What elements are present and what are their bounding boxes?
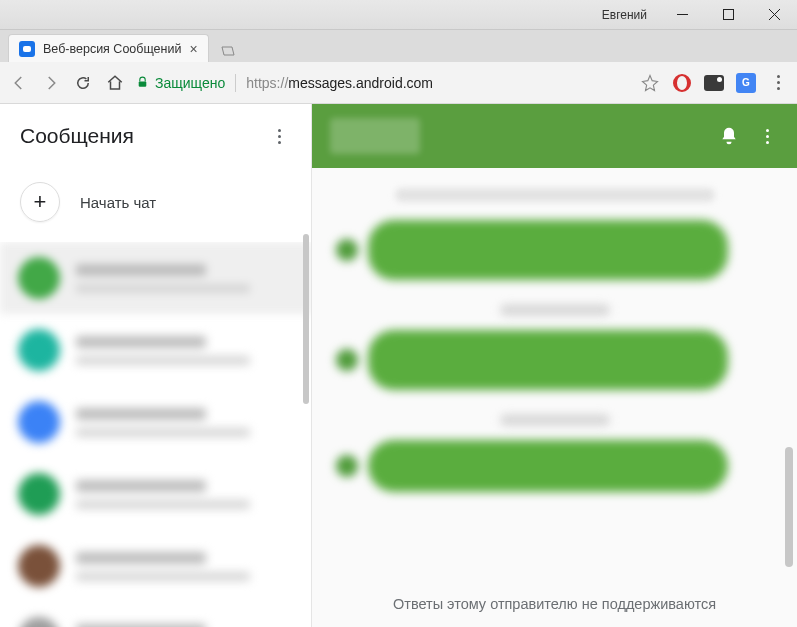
svg-rect-0 [723, 10, 733, 20]
address-field[interactable]: https://messages.android.com [246, 75, 433, 91]
conversation-list [0, 242, 311, 627]
avatar [18, 545, 60, 587]
tab-close-icon[interactable]: × [189, 42, 197, 56]
url-separator [235, 74, 236, 92]
sidebar-scrollbar[interactable] [303, 234, 309, 404]
nav-forward-button[interactable] [40, 72, 62, 94]
sidebar-header: Сообщения [0, 104, 311, 168]
browser-tab[interactable]: Веб-версия Сообщений × [8, 34, 209, 62]
window-minimize-button[interactable] [659, 0, 705, 30]
tab-favicon [19, 41, 35, 57]
new-tab-button[interactable] [215, 40, 241, 62]
window-user-label: Евгений [590, 8, 659, 22]
sender-avatar [336, 349, 358, 371]
avatar [18, 617, 60, 627]
message-row [336, 220, 773, 280]
conversation-item[interactable] [0, 458, 311, 530]
notifications-bell-icon[interactable] [717, 124, 741, 148]
conversation-item[interactable] [0, 314, 311, 386]
reply-disabled-notice: Ответы этому отправителю не поддерживают… [312, 581, 797, 627]
google-translate-extension-icon[interactable]: G [735, 72, 757, 94]
browser-toolbar: Защищено https://messages.android.com G [0, 62, 797, 104]
avatar [18, 329, 60, 371]
bookmark-star-icon[interactable] [639, 72, 661, 94]
avatar [18, 473, 60, 515]
avatar [18, 401, 60, 443]
new-chat-button[interactable]: + Начать чат [0, 168, 311, 242]
nav-back-button[interactable] [8, 72, 30, 94]
chat-header [312, 104, 797, 168]
messages-app: Сообщения + Начать чат [0, 104, 797, 627]
chat-date-separator [500, 414, 610, 426]
url-host: messages.android.com [288, 75, 433, 91]
conversation-item[interactable] [0, 242, 311, 314]
chat-date-separator [395, 188, 715, 202]
conversation-item[interactable] [0, 530, 311, 602]
sidebar-title: Сообщения [20, 124, 267, 148]
chat-more-button[interactable] [755, 124, 779, 148]
chat-pane: Ответы этому отправителю не поддерживают… [312, 104, 797, 627]
window-titlebar: Евгений [0, 0, 797, 30]
url-protocol: https:// [246, 75, 288, 91]
message-row [336, 330, 773, 390]
window-maximize-button[interactable] [705, 0, 751, 30]
new-chat-label: Начать чат [80, 194, 156, 211]
message-row [336, 440, 773, 492]
camera-extension-icon[interactable] [703, 72, 725, 94]
browser-tabstrip: Веб-версия Сообщений × [0, 30, 797, 62]
sender-avatar [336, 239, 358, 261]
nav-reload-button[interactable] [72, 72, 94, 94]
secure-indicator[interactable]: Защищено [136, 75, 225, 91]
lock-icon [136, 76, 149, 89]
browser-menu-button[interactable] [767, 72, 789, 94]
message-bubble[interactable] [368, 330, 728, 390]
message-bubble[interactable] [368, 440, 728, 492]
chat-scrollbar[interactable] [785, 447, 793, 567]
opera-extension-icon[interactable] [671, 72, 693, 94]
avatar [18, 257, 60, 299]
svg-rect-1 [139, 81, 147, 86]
conversation-item[interactable] [0, 386, 311, 458]
plus-icon: + [20, 182, 60, 222]
sidebar-more-button[interactable] [267, 124, 291, 148]
secure-label: Защищено [155, 75, 225, 91]
chat-messages [312, 168, 797, 581]
sidebar: Сообщения + Начать чат [0, 104, 312, 627]
nav-home-button[interactable] [104, 72, 126, 94]
chat-date-separator [500, 304, 610, 316]
window-close-button[interactable] [751, 0, 797, 30]
sender-avatar [336, 455, 358, 477]
chat-contact-name[interactable] [330, 118, 420, 154]
message-bubble[interactable] [368, 220, 728, 280]
conversation-item[interactable] [0, 602, 311, 627]
tab-title: Веб-версия Сообщений [43, 42, 181, 56]
